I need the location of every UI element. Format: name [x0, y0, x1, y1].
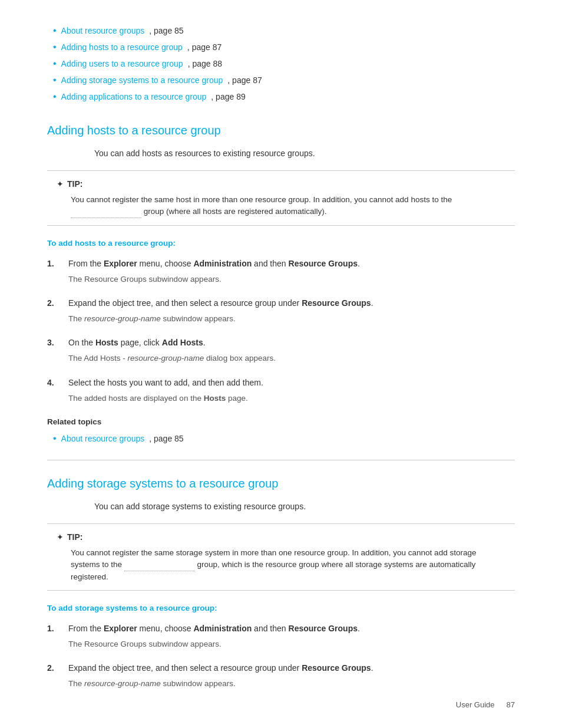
section1-tip-header: ✦ TIP: — [57, 178, 505, 190]
step-2-content: Expand the object tree, and then select … — [68, 297, 515, 328]
section1-steps: 1. From the Explorer menu, choose Admini… — [47, 258, 515, 408]
related-list-item-1: About resource groups, page 85 — [53, 431, 515, 446]
section2-tip-label: TIP: — [67, 531, 82, 543]
section2-tip-box: ✦ TIP: You cannot register the same stor… — [47, 523, 515, 591]
step-4-num: 4. — [47, 377, 59, 389]
section1-tip-label: TIP: — [67, 178, 82, 190]
s2-step-2-desc: The resource-group-name subwindow appear… — [68, 678, 515, 690]
section1-procedure-heading: To add hosts to a resource group: — [47, 238, 515, 249]
step-1-content: From the Explorer menu, choose Administr… — [68, 258, 515, 289]
tip-icon-2: ✦ — [57, 531, 64, 543]
section1-intro: You can add hosts as resources to existi… — [94, 147, 515, 160]
blank-space-2 — [124, 571, 195, 571]
step-4: 4. Select the hosts you want to add, and… — [47, 377, 515, 408]
section2-steps: 1. From the Explorer menu, choose Admini… — [47, 622, 515, 694]
tip-icon: ✦ — [57, 178, 64, 190]
intro-link-2[interactable]: Adding hosts to a resource group — [61, 41, 183, 54]
section1-tip-content: You cannot register the same host in mor… — [71, 194, 505, 218]
step-4-desc: The added hosts are displayed on the Hos… — [68, 393, 515, 404]
list-item: About resource groups, page 85 — [53, 24, 515, 38]
step-2-desc: The resource-group-name subwindow appear… — [68, 313, 515, 325]
step-1-text: From the Explorer menu, choose Administr… — [68, 258, 515, 270]
step-1-desc: The Resource Groups subwindow appears. — [68, 274, 515, 285]
step-3: 3. On the Hosts page, click Add Hosts. T… — [47, 337, 515, 368]
section1-related-topics: Related topics About resource groups, pa… — [47, 416, 515, 446]
intro-link-list: About resource groups, page 85 Adding ho… — [47, 24, 515, 104]
step-3-text: On the Hosts page, click Add Hosts. — [68, 337, 515, 349]
blank-space-1 — [71, 218, 141, 218]
related-topics-title-1: Related topics — [47, 416, 515, 428]
s2-step-1-num: 1. — [47, 622, 59, 635]
s2-step-1-content: From the Explorer menu, choose Administr… — [68, 622, 515, 654]
step-2-text: Expand the object tree, and then select … — [68, 297, 515, 309]
list-item: Adding users to a resource group, page 8… — [53, 57, 515, 71]
s2-step-2-num: 2. — [47, 662, 59, 674]
s2-step-1: 1. From the Explorer menu, choose Admini… — [47, 622, 515, 654]
page-footer: User Guide 87 — [456, 699, 515, 711]
list-item: Adding applications to a resource group,… — [53, 90, 515, 104]
step-3-desc: The Add Hosts - resource-group-name dial… — [68, 353, 515, 364]
intro-link-4[interactable]: Adding storage systems to a resource gro… — [61, 74, 223, 87]
section-add-hosts: Adding hosts to a resource group You can… — [47, 121, 515, 446]
step-4-content: Select the hosts you want to add, and th… — [68, 377, 515, 408]
intro-link-5[interactable]: Adding applications to a resource group — [61, 91, 207, 103]
s2-step-2: 2. Expand the object tree, and then sele… — [47, 662, 515, 693]
s2-step-2-text: Expand the object tree, and then select … — [68, 662, 515, 674]
section1-related-list: About resource groups, page 85 — [47, 431, 515, 446]
step-1-num: 1. — [47, 258, 59, 270]
section2-tip-content: You cannot register the same storage sys… — [71, 547, 505, 583]
intro-page-4: , page 87 — [227, 74, 262, 87]
list-item: Adding storage systems to a resource gro… — [53, 73, 515, 87]
related-page-1: , page 85 — [149, 433, 183, 445]
list-item: Adding hosts to a resource group, page 8… — [53, 40, 515, 54]
section1-heading: Adding hosts to a resource group — [47, 121, 515, 139]
s2-step-1-text: From the Explorer menu, choose Administr… — [68, 622, 515, 635]
section2-intro: You can add storage systems to existing … — [94, 500, 515, 513]
section-divider — [47, 460, 515, 460]
s2-step-2-content: Expand the object tree, and then select … — [68, 662, 515, 693]
step-2: 2. Expand the object tree, and then sele… — [47, 297, 515, 328]
intro-page-5: , page 89 — [211, 91, 245, 103]
s2-step-1-desc: The Resource Groups subwindow appears. — [68, 638, 515, 650]
section2-procedure-heading: To add storage systems to a resource gro… — [47, 602, 515, 614]
intro-link-3[interactable]: Adding users to a resource group — [61, 58, 183, 70]
step-1: 1. From the Explorer menu, choose Admini… — [47, 258, 515, 289]
step-2-num: 2. — [47, 297, 59, 309]
section2-tip-header: ✦ TIP: — [57, 531, 505, 543]
step-4-text: Select the hosts you want to add, and th… — [68, 377, 515, 389]
footer-label: User Guide — [456, 699, 495, 711]
step-3-content: On the Hosts page, click Add Hosts. The … — [68, 337, 515, 368]
step-3-num: 3. — [47, 337, 59, 349]
section2-heading: Adding storage systems to a resource gro… — [47, 475, 515, 492]
intro-page-2: , page 87 — [187, 41, 222, 54]
intro-link-1[interactable]: About resource groups — [61, 25, 145, 37]
footer-page: 87 — [507, 699, 515, 711]
intro-page-3: , page 88 — [188, 58, 222, 70]
related-link-1[interactable]: About resource groups — [61, 433, 145, 445]
section-add-storage: Adding storage systems to a resource gro… — [47, 475, 515, 694]
intro-page-1: , page 85 — [149, 25, 183, 37]
section1-tip-box: ✦ TIP: You cannot register the same host… — [47, 170, 515, 226]
